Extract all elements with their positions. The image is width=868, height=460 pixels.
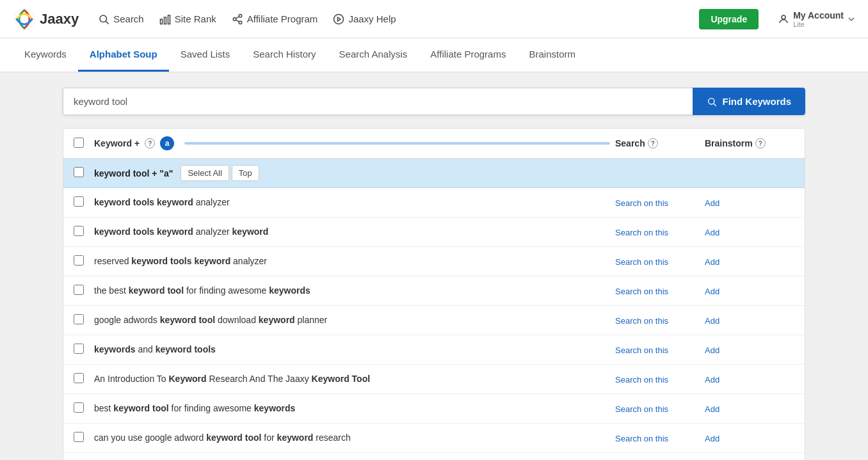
tab-nav: Keywords Alphabet Soup Saved Lists Searc… bbox=[0, 38, 868, 72]
svg-point-14 bbox=[709, 98, 714, 104]
search-on-this-link[interactable]: Search on this bbox=[615, 257, 668, 267]
keyword-col-label: Keyword + bbox=[94, 138, 140, 148]
add-link[interactable]: Add bbox=[705, 198, 719, 208]
search-on-this-link[interactable]: Search on this bbox=[615, 434, 668, 443]
group-checkbox[interactable] bbox=[74, 167, 84, 177]
svg-point-8 bbox=[239, 21, 242, 24]
nav-site-rank[interactable]: Site Rank bbox=[159, 11, 216, 28]
search-bar: Find Keywords bbox=[63, 88, 805, 115]
keyword-cell: An Introduction To Keyword Research And … bbox=[94, 372, 615, 386]
search-on-this-link[interactable]: Search on this bbox=[615, 198, 668, 208]
nav-help[interactable]: Jaaxy Help bbox=[333, 11, 396, 28]
account-sub: Lite bbox=[793, 20, 844, 28]
search-on-this-link[interactable]: Search on this bbox=[615, 287, 668, 296]
row-checkbox[interactable] bbox=[74, 196, 84, 207]
select-all-checkbox[interactable] bbox=[74, 138, 84, 148]
search-col-info-icon[interactable]: ? bbox=[648, 138, 658, 148]
select-all-button[interactable]: Select All bbox=[181, 165, 229, 181]
tab-search-analysis[interactable]: Search Analysis bbox=[328, 38, 419, 72]
main-content: Find Keywords Keyword + ? a Search ? Bra… bbox=[50, 72, 818, 460]
row-checkbox[interactable] bbox=[74, 255, 84, 266]
add-link[interactable]: Add bbox=[705, 375, 719, 385]
table-row: keyword tools keyword analyzer Search on… bbox=[63, 188, 805, 218]
nav-site-rank-label: Site Rank bbox=[175, 13, 216, 24]
svg-point-6 bbox=[239, 14, 242, 17]
tab-affiliate-programs[interactable]: Affiliate Programs bbox=[419, 38, 517, 72]
header: Jaaxy Search Site Rank Affiliate Program bbox=[0, 0, 868, 38]
nav-help-label: Jaaxy Help bbox=[348, 13, 396, 24]
search-on-this-link[interactable]: Search on this bbox=[615, 316, 668, 326]
table-row: best keyword tool for finding awesome ke… bbox=[63, 394, 805, 424]
nav-affiliate[interactable]: Affiliate Program bbox=[232, 11, 318, 28]
account-info: My Account Lite bbox=[793, 10, 844, 28]
svg-line-10 bbox=[236, 16, 239, 18]
row-checkbox[interactable] bbox=[74, 226, 84, 236]
add-link[interactable]: Add bbox=[705, 345, 719, 355]
table-row: An Introduction To Keyword Research And … bbox=[63, 365, 805, 394]
add-link[interactable]: Add bbox=[705, 257, 719, 267]
add-link[interactable]: Add bbox=[705, 316, 719, 326]
search-on-this-link[interactable]: Search on this bbox=[615, 375, 668, 385]
keyword-cell: can you use google adword keyword tool f… bbox=[94, 431, 615, 445]
slider-track bbox=[184, 142, 610, 145]
svg-line-15 bbox=[714, 104, 716, 106]
add-link[interactable]: Add bbox=[705, 228, 719, 237]
svg-line-2 bbox=[106, 21, 109, 24]
tab-keywords[interactable]: Keywords bbox=[13, 38, 78, 72]
table-row: keyword tools keyword analyzer keyword S… bbox=[63, 218, 805, 247]
svg-rect-5 bbox=[168, 15, 170, 24]
keyword-info-icon[interactable]: ? bbox=[145, 138, 155, 148]
keyword-cell: best keyword tool for finding awesome ke… bbox=[94, 402, 615, 415]
upgrade-button[interactable]: Upgrade bbox=[699, 9, 759, 29]
top-nav: Search Site Rank Affiliate Program Jaaxy… bbox=[98, 11, 680, 28]
bar-chart-icon bbox=[159, 13, 171, 25]
table-row: keywords and keyword tools Search on thi… bbox=[63, 335, 805, 365]
play-circle-icon bbox=[333, 13, 344, 25]
row-checkbox[interactable] bbox=[74, 285, 84, 295]
tab-alphabet-soup[interactable]: Alphabet Soup bbox=[78, 38, 169, 72]
search-on-this-link[interactable]: Search on this bbox=[615, 404, 668, 414]
tab-saved-lists[interactable]: Saved Lists bbox=[169, 38, 242, 72]
nav-search-label: Search bbox=[113, 13, 144, 24]
user-icon bbox=[778, 13, 789, 25]
svg-point-1 bbox=[100, 15, 107, 22]
logo[interactable]: Jaaxy bbox=[13, 8, 79, 31]
row-checkbox[interactable] bbox=[74, 344, 84, 354]
search-on-this-link[interactable]: Search on this bbox=[615, 345, 668, 355]
group-label: keyword tool + "a" bbox=[94, 168, 173, 178]
search-icon bbox=[98, 13, 109, 25]
svg-rect-3 bbox=[160, 19, 162, 24]
svg-point-13 bbox=[782, 15, 785, 19]
keyword-cell: google adwords keyword tool download key… bbox=[94, 313, 615, 327]
tab-brainstorm[interactable]: Brainstorm bbox=[517, 38, 587, 72]
tab-search-history[interactable]: Search History bbox=[241, 38, 327, 72]
table-row: google adwords keyword tool download key… bbox=[63, 306, 805, 335]
search-input[interactable] bbox=[63, 88, 693, 115]
row-checkbox[interactable] bbox=[74, 314, 84, 324]
find-keywords-button[interactable]: Find Keywords bbox=[693, 88, 805, 115]
top-button[interactable]: Top bbox=[232, 165, 259, 181]
brainstorm-col-info-icon[interactable]: ? bbox=[755, 138, 766, 148]
account-menu[interactable]: My Account Lite bbox=[778, 10, 855, 28]
row-checkbox[interactable] bbox=[74, 373, 84, 383]
share-icon bbox=[232, 13, 243, 25]
svg-line-9 bbox=[236, 20, 239, 22]
results-table: Keyword + ? a Search ? Brainstorm ? keyw… bbox=[63, 128, 805, 460]
group-row: keyword tool + "a" Select All Top bbox=[63, 159, 805, 188]
svg-marker-12 bbox=[338, 17, 341, 21]
svg-point-7 bbox=[233, 17, 236, 20]
nav-search[interactable]: Search bbox=[98, 11, 144, 28]
add-link[interactable]: Add bbox=[705, 287, 719, 296]
col-keyword-header: Keyword + ? a bbox=[94, 136, 615, 150]
table-header: Keyword + ? a Search ? Brainstorm ? bbox=[63, 129, 805, 159]
svg-point-11 bbox=[334, 14, 344, 24]
brainstorm-col-label: Brainstorm bbox=[705, 138, 753, 148]
add-link[interactable]: Add bbox=[705, 404, 719, 414]
row-checkbox[interactable] bbox=[74, 402, 84, 413]
table-row: can you use google adword keyword tool f… bbox=[63, 424, 805, 453]
row-checkbox[interactable] bbox=[74, 432, 84, 442]
keyword-cell: keyword tools keyword analyzer keyword bbox=[94, 225, 615, 239]
search-on-this-link[interactable]: Search on this bbox=[615, 228, 668, 237]
col-search-header: Search ? bbox=[615, 138, 705, 148]
add-link[interactable]: Add bbox=[705, 434, 719, 443]
